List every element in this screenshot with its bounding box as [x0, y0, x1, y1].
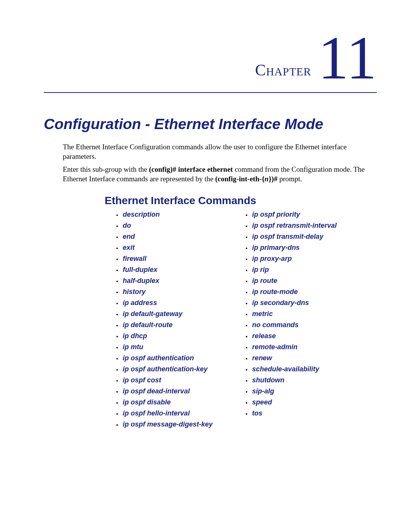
list-item: •ip proxy-arp	[245, 255, 363, 263]
list-item: •release	[245, 332, 363, 340]
command-link[interactable]: ip ospf hello-interval	[123, 409, 190, 417]
list-item: •ip rip	[245, 266, 363, 274]
list-item: •ip ospf authentication-key	[116, 365, 234, 373]
command-link[interactable]: end	[123, 233, 135, 241]
command-link[interactable]: half-duplex	[123, 277, 159, 285]
command-link[interactable]: no commands	[252, 321, 299, 329]
command-link[interactable]: ip rip	[252, 266, 269, 274]
command-link[interactable]: ip proxy-arp	[252, 255, 292, 263]
command-link[interactable]: ip ospf cost	[123, 376, 161, 384]
bullet-icon: •	[116, 312, 118, 318]
list-item: •history	[116, 288, 234, 296]
bullet-icon: •	[116, 411, 118, 417]
command-link[interactable]: ip default-gateway	[123, 310, 183, 318]
list-item: •renew	[245, 354, 363, 362]
command-link[interactable]: ip ospf authentication-key	[123, 365, 208, 373]
command-column-left: •description•do•end•exit•firewall•full-d…	[116, 211, 234, 431]
command-link[interactable]: ip ospf message-digest-key	[123, 420, 213, 428]
list-item: •schedule-availability	[245, 365, 363, 373]
command-link[interactable]: ip address	[123, 299, 157, 307]
bullet-icon: •	[116, 235, 118, 241]
command-link[interactable]: ip route-mode	[252, 288, 298, 296]
command-link[interactable]: ip secondary-dns	[252, 299, 309, 307]
chapter-number: 11	[318, 30, 377, 85]
bullet-icon: •	[245, 301, 248, 307]
list-item: •ip ospf priority	[245, 211, 363, 219]
command-link[interactable]: firewall	[123, 255, 147, 263]
list-item: •ip ospf message-digest-key	[116, 420, 234, 428]
list-item: •speed	[245, 398, 363, 406]
command-link[interactable]: ip primary-dns	[252, 244, 300, 252]
command-link[interactable]: remote-admin	[252, 343, 298, 351]
command-link[interactable]: release	[252, 332, 276, 340]
command-link[interactable]: ip ospf disable	[123, 398, 171, 406]
command-link[interactable]: ip ospf transmit-delay	[252, 233, 323, 241]
bullet-icon: •	[116, 246, 118, 252]
list-item: •remote-admin	[245, 343, 363, 351]
bullet-icon: •	[116, 279, 118, 285]
bullet-icon: •	[245, 367, 248, 373]
list-item: •exit	[116, 244, 234, 252]
command-link[interactable]: do	[123, 222, 131, 230]
command-link[interactable]: ip route	[252, 277, 277, 285]
list-item: •ip ospf authentication	[116, 354, 234, 362]
intro-command-n: n	[264, 175, 269, 183]
list-item: •ip ospf retransmit-interval	[245, 222, 363, 230]
list-item: •ip mtu	[116, 343, 234, 351]
command-link[interactable]: ip ospf dead-interval	[123, 387, 190, 395]
list-item: •ip address	[116, 299, 234, 307]
chapter-label: Chapter	[255, 62, 311, 78]
intro-paragraph-2: Enter this sub-group with the (config)# …	[63, 165, 377, 184]
command-link[interactable]: history	[123, 288, 146, 296]
command-link[interactable]: ip default-route	[123, 321, 173, 329]
bullet-icon: •	[116, 268, 118, 274]
command-link[interactable]: tos	[252, 409, 263, 417]
list-item: •ip ospf transmit-delay	[245, 233, 363, 241]
bullet-icon: •	[116, 345, 118, 351]
intro-command-2a: (config-int-eth-{	[215, 175, 264, 183]
intro-text: prompt.	[277, 175, 302, 183]
command-link[interactable]: ip dhcp	[123, 332, 147, 340]
command-link[interactable]: exit	[123, 244, 135, 252]
bullet-icon: •	[245, 257, 248, 263]
list-item: •ip route-mode	[245, 288, 363, 296]
subheading: Ethernet Interface Commands	[105, 195, 377, 207]
list-item: •end	[116, 233, 234, 241]
bullet-icon: •	[245, 212, 248, 219]
bullet-icon: •	[245, 246, 248, 252]
page: Chapter 11 Configuration - Ethernet Inte…	[0, 0, 411, 454]
bullet-icon: •	[245, 312, 248, 318]
bullet-icon: •	[116, 257, 118, 263]
list-item: •ip route	[245, 277, 363, 285]
command-link[interactable]: sip-alg	[252, 387, 274, 395]
intro-command-2b: })#	[269, 175, 277, 183]
bullet-icon: •	[245, 224, 248, 230]
list-item: •ip ospf disable	[116, 398, 234, 406]
bullet-icon: •	[245, 400, 248, 406]
command-link[interactable]: shutdown	[252, 376, 285, 384]
bullet-icon: •	[116, 323, 118, 329]
bullet-icon: •	[245, 279, 248, 285]
command-link[interactable]: ip ospf authentication	[123, 354, 194, 362]
bullet-icon: •	[116, 356, 118, 362]
bullet-icon: •	[245, 389, 248, 395]
bullet-icon: •	[245, 345, 248, 351]
list-item: •ip secondary-dns	[245, 299, 363, 307]
command-link[interactable]: speed	[252, 398, 272, 406]
command-link[interactable]: ip ospf retransmit-interval	[252, 222, 337, 230]
bullet-icon: •	[245, 378, 248, 384]
command-link[interactable]: ip mtu	[123, 343, 143, 351]
command-link[interactable]: metric	[252, 310, 273, 318]
bullet-icon: •	[245, 290, 248, 296]
list-item: •no commands	[245, 321, 363, 329]
command-link[interactable]: renew	[252, 354, 272, 362]
list-item: •ip ospf dead-interval	[116, 387, 234, 395]
command-link[interactable]: schedule-availability	[252, 365, 319, 373]
command-link[interactable]: ip ospf priority	[252, 211, 300, 219]
command-column-right: •ip ospf priority•ip ospf retransmit-int…	[245, 211, 363, 431]
bullet-icon: •	[116, 212, 118, 219]
list-item: •ip primary-dns	[245, 244, 363, 252]
intro-command-1: (config)# interface ethernet	[149, 165, 233, 173]
command-link[interactable]: full-duplex	[123, 266, 158, 274]
command-link[interactable]: description	[123, 211, 160, 219]
